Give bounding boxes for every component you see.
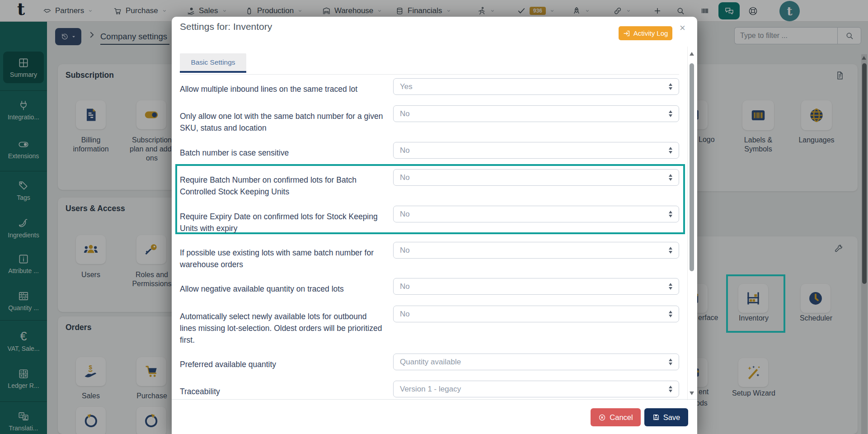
select-value: Version 1 - legacy [400,385,461,394]
select-value: No [400,173,410,182]
scroll-up-arrow[interactable] [690,52,694,56]
select-arrows-icon [669,147,672,154]
setting-label: Batch number is case sensitive [180,147,384,159]
activity-log-icon [623,30,630,37]
footer-divider [172,399,697,400]
modal-title: Settings for: Inventory [180,21,272,32]
modal-scrollbar-thumb[interactable] [690,63,694,271]
tab-basic-settings[interactable]: Basic Settings [180,53,246,73]
setting-select-5[interactable]: No [393,242,679,259]
cancel-button[interactable]: Cancel [591,408,641,426]
setting-label: Automatically select newly available lot… [180,311,384,346]
setting-label: Only allow one lot with the same batch n… [180,110,384,134]
select-value: No [400,246,410,255]
save-floppy-icon [652,414,660,421]
setting-label: Allow negative available quantity on tra… [180,283,384,295]
select-arrows-icon [669,174,672,181]
select-value: No [400,282,410,291]
tab-divider [180,74,679,75]
setting-select-9[interactable]: Version 1 - legacy [393,381,679,397]
select-arrows-icon [669,211,672,217]
save-button[interactable]: Save [644,408,688,426]
setting-select-7[interactable]: No [393,306,679,322]
scroll-down-arrow[interactable] [690,392,694,395]
select-value: Quantity available [400,358,461,367]
setting-select-1[interactable]: No [393,105,679,122]
setting-label: Require Batch Number on confirmed lots f… [180,174,384,198]
select-arrows-icon [669,283,672,290]
setting-label: Preferred available quantity [180,359,384,370]
select-arrows-icon [669,386,672,392]
inventory-settings-modal: Settings for: Inventory Activity Log × B… [172,17,697,434]
app-window: t Partners Purchase Sales Production War… [0,0,868,434]
setting-select-8[interactable]: Quantity available [393,354,679,370]
select-value: No [400,210,410,219]
select-value: No [400,109,410,118]
select-arrows-icon [669,83,672,90]
select-arrows-icon [669,247,672,254]
setting-select-2[interactable]: No [393,142,679,159]
setting-select-3[interactable]: No [393,169,679,186]
select-value: No [400,310,410,319]
setting-select-6[interactable]: No [393,278,679,295]
setting-label: Allow multiple inbound lines on the same… [180,83,384,95]
setting-label: If possible use existing lots with same … [180,247,384,270]
select-value: Yes [400,82,413,91]
select-arrows-icon [669,359,672,365]
save-label: Save [663,413,680,422]
activity-log-label: Activity Log [633,29,668,37]
cancel-label: Cancel [610,413,633,422]
activity-log-button[interactable]: Activity Log [619,26,672,40]
cancel-circle-icon [598,414,606,421]
setting-select-0[interactable]: Yes [393,78,679,95]
modal-scrollbar[interactable] [687,47,695,400]
setting-label: Require Expiry Date on confirmed lots fo… [180,211,384,234]
setting-select-4[interactable]: No [393,206,679,222]
select-arrows-icon [669,110,672,117]
setting-label: Traceability [180,386,384,397]
close-icon[interactable]: × [680,22,685,34]
select-value: No [400,146,410,155]
select-arrows-icon [669,311,672,317]
